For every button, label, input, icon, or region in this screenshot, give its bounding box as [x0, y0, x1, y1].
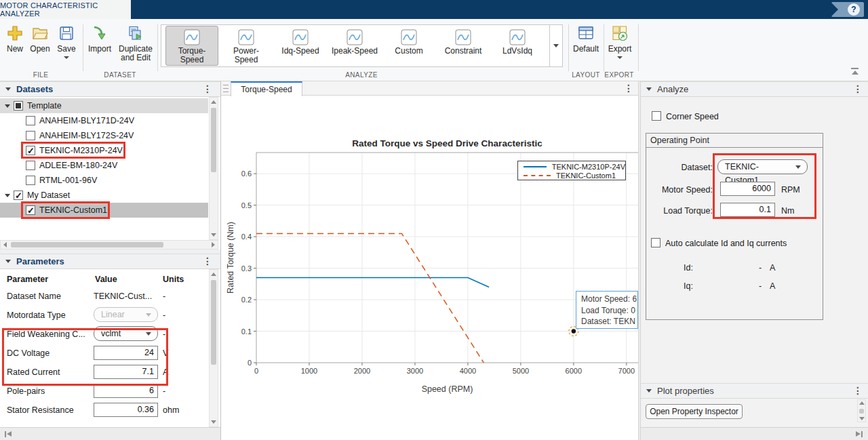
scroll-down-icon[interactable]: [210, 231, 218, 239]
gallery-item-torque--speed[interactable]: Torque- Speed: [165, 26, 218, 66]
torque-speed-chart[interactable]: 0100020003000400050006000700000.10.20.30…: [221, 96, 638, 414]
tree-item-label: My Dataset: [27, 188, 70, 203]
open-folder-icon: [32, 25, 48, 41]
gallery-item-label: Power- Speed: [233, 47, 259, 64]
parameters-panel-title: Parameters: [16, 256, 64, 266]
legend-line-sample: [524, 175, 551, 176]
tree-item-checkbox[interactable]: [26, 161, 35, 170]
ribbon-toolbar: New Open Save FILE Import Duplicate and …: [0, 19, 868, 81]
legend-entry-teknic-m2310p-24v: TEKNIC-M2310P-24V: [518, 162, 625, 171]
parameter-input-stator-resistance[interactable]: 0.36: [94, 403, 158, 417]
parameters-vertical-scrollbar[interactable]: [209, 269, 218, 427]
export-icon: [612, 25, 628, 41]
dataset-dropdown[interactable]: TEKNIC-Custom1: [717, 159, 808, 174]
scroll-right-icon[interactable]: [209, 241, 218, 249]
svg-text:Rated Torque vs Speed Drive Ch: Rated Torque vs Speed Drive Characterist…: [352, 138, 542, 148]
parameter-input-pole-pairs[interactable]: 6: [94, 384, 158, 398]
parameter-input-rated-current[interactable]: 7.1: [94, 365, 158, 379]
tree-item-teknic-m2310p-24v[interactable]: TEKNIC-M2310P-24V: [0, 143, 208, 158]
corner-speed-checkbox[interactable]: [652, 111, 661, 121]
tab-torque-speed[interactable]: Torque-Speed: [231, 81, 302, 96]
gallery-dropdown-button[interactable]: [549, 25, 562, 66]
panel-menu-icon[interactable]: [853, 385, 863, 396]
tree-item-template[interactable]: Template: [0, 98, 208, 113]
datasets-vertical-scrollbar[interactable]: [209, 97, 218, 240]
app-title-tab[interactable]: MOTOR CHARACTERISTIC ANALYZER: [0, 0, 131, 19]
collapse-ribbon-icon[interactable]: [850, 68, 860, 75]
duplicate-and-edit-button[interactable]: Duplicate and Edit: [115, 25, 156, 62]
motor-speed-input[interactable]: 6000: [720, 182, 775, 196]
scroll-left-icon[interactable]: [1, 241, 9, 249]
tree-item-checkbox[interactable]: [26, 116, 35, 125]
gallery-item-custom[interactable]: Custom: [382, 26, 435, 66]
scrollbar-thumb[interactable]: [211, 280, 216, 365]
collapse-panel-icon[interactable]: [5, 260, 11, 263]
svg-text:7000: 7000: [618, 367, 635, 375]
tree-item-checkbox[interactable]: [26, 176, 35, 185]
scrollbar-thumb[interactable]: [11, 242, 163, 247]
auto-calculate-checkbox[interactable]: [651, 238, 660, 247]
new-button[interactable]: New: [5, 25, 24, 54]
collapse-panel-icon[interactable]: [5, 87, 11, 91]
parameter-dropdown-field-weakening-c-[interactable]: vclmt: [94, 326, 158, 341]
tree-item-checkbox[interactable]: [26, 146, 35, 155]
tree-expander-icon[interactable]: [5, 104, 10, 108]
scroll-up-icon[interactable]: [210, 98, 218, 106]
gallery-item-power--speed[interactable]: Power- Speed: [220, 26, 273, 66]
tree-item-checkbox[interactable]: [26, 131, 35, 140]
tree-item-my-dataset[interactable]: My Dataset: [0, 188, 208, 203]
tree-item-checkbox[interactable]: [14, 101, 23, 111]
tree-item-anaheim-bly171d-24v[interactable]: ANAHEIM-BLY171D-24V: [0, 113, 208, 128]
load-torque-input[interactable]: 0.1: [720, 203, 775, 217]
help-banner[interactable]: ?: [831, 2, 864, 17]
tree-expander-icon[interactable]: [5, 194, 10, 197]
group-divider: [638, 24, 639, 71]
collapse-right-panel-icon[interactable]: [854, 431, 863, 437]
datasets-horizontal-scrollbar[interactable]: [0, 240, 218, 249]
panel-menu-icon[interactable]: [203, 83, 212, 94]
plot-properties-scrollbar[interactable]: [857, 399, 866, 422]
help-icon[interactable]: ?: [848, 3, 860, 16]
collapse-panel-icon[interactable]: [646, 87, 652, 91]
collapse-left-panel-icon[interactable]: [5, 431, 13, 437]
collapse-panel-icon[interactable]: [646, 389, 652, 393]
import-button[interactable]: Import: [87, 25, 113, 54]
column-header-value: Value: [95, 275, 117, 284]
export-dropdown-caret-icon[interactable]: [617, 56, 623, 59]
default-layout-button[interactable]: Default: [572, 25, 600, 54]
parameter-units-pole-pairs: -: [163, 384, 165, 398]
open-property-inspector-button[interactable]: Open Property Inspector: [646, 404, 743, 419]
tree-item-checkbox[interactable]: [14, 191, 23, 200]
panel-menu-icon[interactable]: [203, 256, 212, 266]
scroll-up-icon[interactable]: [858, 399, 865, 407]
scroll-down-icon[interactable]: [210, 418, 218, 426]
figure-canvas[interactable]: 0100020003000400050006000700000.10.20.30…: [221, 96, 638, 440]
panel-menu-icon[interactable]: [853, 83, 863, 94]
parameter-value-dataset-name: TEKNIC-Cust...: [94, 289, 152, 303]
export-button[interactable]: Export: [608, 25, 632, 59]
scroll-up-icon[interactable]: [210, 270, 218, 279]
gallery-item-ipeak-speed[interactable]: Ipeak-Speed: [328, 26, 381, 66]
gallery-item-ldvsidq[interactable]: LdVsIdq: [491, 26, 544, 66]
scroll-down-icon[interactable]: [858, 414, 865, 423]
gallery-item-idq-speed[interactable]: Idq-Speed: [274, 26, 327, 66]
tree-item-rtml-001-96v[interactable]: RTML-001-96V: [0, 173, 208, 188]
save-dropdown-caret-icon[interactable]: [64, 56, 69, 59]
parameter-label-dataset-name: Dataset Name: [7, 289, 61, 303]
tree-item-adlee-bm-180-24v[interactable]: ADLEE-BM-180-24V: [0, 158, 208, 173]
tree-item-label: ANAHEIM-BLY172S-24V: [39, 128, 134, 143]
series-teknic-custom1: [256, 233, 484, 363]
sine-wave-plot-icon: [292, 29, 309, 45]
tree-item-anaheim-bly172s-24v[interactable]: ANAHEIM-BLY172S-24V: [0, 128, 208, 143]
scrollbar-thumb[interactable]: [859, 409, 864, 414]
parameter-input-dc-voltage[interactable]: 24: [94, 346, 158, 360]
scrollbar-thumb[interactable]: [211, 108, 216, 172]
motor-speed-unit: RPM: [781, 185, 800, 195]
tree-item-checkbox[interactable]: [26, 205, 35, 215]
tree-item-teknic-custom1[interactable]: TEKNIC-Custom1: [0, 203, 208, 218]
parameters-panel-header: Parameters: [0, 254, 220, 269]
datasets-tree: TemplateANAHEIM-BLY171D-24VANAHEIM-BLY17…: [0, 97, 209, 240]
gallery-item-constraint[interactable]: Constraint: [437, 26, 490, 66]
open-button[interactable]: Open: [28, 25, 52, 54]
save-button[interactable]: Save: [56, 25, 77, 59]
